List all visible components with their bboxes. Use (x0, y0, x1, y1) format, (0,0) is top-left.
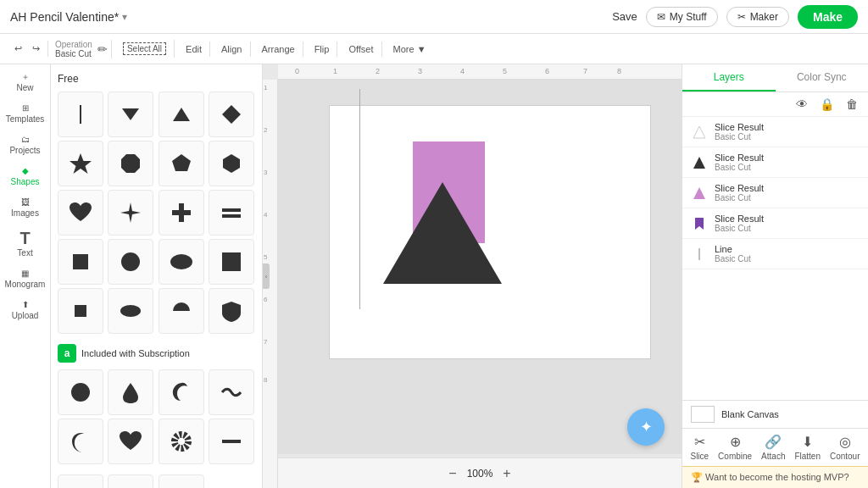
layer-item-1[interactable]: Slice Result Basic Cut (682, 117, 868, 147)
zoom-level: 100% (467, 468, 493, 480)
attach-button[interactable]: 🔗 Attach (761, 434, 785, 461)
layer-name-2: Slice Result (715, 152, 860, 163)
ruler-tick-6: 6 (545, 67, 549, 75)
shape-square-small[interactable] (58, 239, 103, 285)
canvas-bottom-toolbar: − 100% + (278, 458, 682, 488)
shape-circle[interactable] (108, 239, 153, 285)
flatten-label: Flatten (794, 452, 821, 461)
chevron-down-icon[interactable]: ▾ (122, 11, 127, 23)
layers-lock-button[interactable]: 🔒 (816, 96, 837, 113)
canvas-area[interactable]: 0 1 2 3 4 5 6 7 8 1 2 3 4 5 6 7 8 ‹ (263, 64, 682, 488)
layer-item-2[interactable]: Slice Result Basic Cut (682, 147, 868, 178)
sidebar-item-new[interactable]: ＋ New (3, 68, 48, 97)
sidebar-item-projects[interactable]: 🗂 Projects (3, 130, 48, 160)
ruler-vtick-3: 3 (264, 169, 267, 176)
slice-button[interactable]: ✂ Slice (690, 434, 709, 461)
shape-diamond[interactable] (209, 92, 254, 137)
edit-pen-icon[interactable]: ✏ (97, 42, 108, 56)
shape-square-large[interactable] (209, 239, 254, 285)
select-all-button[interactable]: Select All (119, 40, 170, 58)
shape-square-sm2[interactable] (58, 288, 103, 334)
sidebar-item-text[interactable]: T Text (3, 225, 48, 263)
shape-sub-crescent[interactable] (58, 419, 103, 464)
shape-sub-wave[interactable] (209, 369, 254, 415)
maker-button[interactable]: ✂ Maker (726, 7, 789, 27)
layer-item-3[interactable]: Slice Result Basic Cut (682, 178, 868, 208)
shape-sub-heart2[interactable] (108, 419, 153, 464)
main-content: ＋ New ⊞ Templates 🗂 Projects ◆ Shapes 🖼 … (0, 64, 868, 488)
sidebar-item-templates[interactable]: ⊞ Templates (3, 99, 48, 129)
shape-triangle-down[interactable] (108, 92, 153, 137)
layer-sub-5: Basic Cut (715, 254, 860, 263)
shape-star-4[interactable] (108, 190, 153, 236)
mystuff-button[interactable]: ✉ My Stuff (646, 7, 718, 27)
more-group: More ▼ (386, 42, 434, 57)
shape-shield[interactable] (209, 288, 254, 334)
layer-thumb-3 (691, 185, 708, 202)
shape-hexagon[interactable] (209, 141, 254, 186)
undo-button[interactable]: ↩ (10, 41, 26, 57)
zoom-in-button[interactable]: + (499, 463, 514, 485)
sidebar-item-monogram[interactable]: ▦ Monogram (3, 264, 48, 294)
collapse-panel-button[interactable]: ‹ (263, 263, 270, 289)
shape-sub-drop[interactable] (108, 369, 153, 415)
ai-sparkle-button[interactable]: ✦ (627, 408, 665, 446)
layers-delete-button[interactable]: 🗑 (843, 96, 861, 113)
sidebar-item-shapes[interactable]: ◆ Shapes (3, 162, 48, 191)
sidebar-item-images[interactable]: 🖼 Images (3, 193, 48, 223)
align-button[interactable]: Align (217, 42, 246, 57)
hosting-banner[interactable]: 🏆 Want to become the hosting MVP? (682, 466, 868, 488)
shape-sub-dash[interactable] (209, 419, 254, 464)
shape-equals[interactable] (209, 190, 254, 236)
shape-octagon[interactable] (108, 141, 153, 186)
shape-line[interactable] (58, 92, 103, 137)
shape-sub-swag[interactable] (159, 474, 204, 488)
svg-point-20 (178, 438, 185, 445)
shape-oval[interactable] (159, 239, 204, 285)
sidebar-label-text: Text (17, 248, 32, 258)
svg-point-18 (75, 386, 86, 398)
shape-heart[interactable] (58, 190, 103, 236)
make-button[interactable]: Make (798, 5, 858, 29)
shape-triangle[interactable] (383, 182, 502, 284)
sidebar-label-monogram: Monogram (5, 280, 46, 289)
shape-cross[interactable] (159, 190, 204, 236)
shape-star-5[interactable] (58, 141, 103, 186)
app-title: AH Pencil Valentine* ▾ (10, 10, 605, 24)
blank-canvas-label: Blank Canvas (721, 409, 779, 419)
layer-name-4: Slice Result (715, 214, 860, 224)
flatten-button[interactable]: ⬇ Flatten (794, 434, 821, 461)
shape-sub-moon[interactable] (159, 369, 204, 415)
tab-color-sync[interactable]: Color Sync (776, 64, 869, 92)
layer-item-4[interactable]: Slice Result Basic Cut (682, 208, 868, 239)
zoom-out-button[interactable]: − (445, 463, 459, 485)
redo-button[interactable]: ↪ (28, 41, 44, 57)
svg-marker-7 (223, 154, 240, 173)
shape-sub-gear[interactable] (159, 419, 204, 464)
shape-pentagon[interactable] (159, 141, 204, 186)
contour-button[interactable]: ◎ Contour (830, 434, 860, 461)
save-button[interactable]: Save (612, 10, 637, 23)
flip-button[interactable]: Flip (310, 42, 334, 57)
layers-eye-button[interactable]: 👁 (793, 96, 811, 113)
svg-marker-8 (120, 202, 141, 223)
shape-sub-sun[interactable] (58, 369, 103, 415)
sidebar-item-upload[interactable]: ⬆ Upload (3, 296, 48, 325)
combine-button[interactable]: ⊕ Combine (718, 434, 752, 461)
maker-icon: ✂ (737, 11, 746, 23)
shape-oval-small[interactable] (108, 288, 153, 334)
canvas-content[interactable] (278, 80, 682, 454)
shape-sub-banner1[interactable] (58, 474, 103, 488)
svg-rect-9 (222, 208, 241, 212)
edit-button[interactable]: Edit (181, 42, 206, 57)
shape-half-circle[interactable] (159, 288, 204, 334)
offset-button[interactable]: Offset (344, 42, 377, 57)
shape-triangle-up[interactable] (159, 92, 204, 137)
more-button[interactable]: More ▼ (389, 42, 431, 57)
arrange-button[interactable]: Arrange (258, 42, 299, 57)
blank-canvas-row[interactable]: Blank Canvas (682, 400, 868, 428)
shape-sub-wave2[interactable] (108, 474, 153, 488)
tab-layers[interactable]: Layers (682, 64, 776, 92)
projects-icon: 🗂 (21, 136, 30, 144)
layer-item-5[interactable]: Line Basic Cut (682, 239, 868, 269)
